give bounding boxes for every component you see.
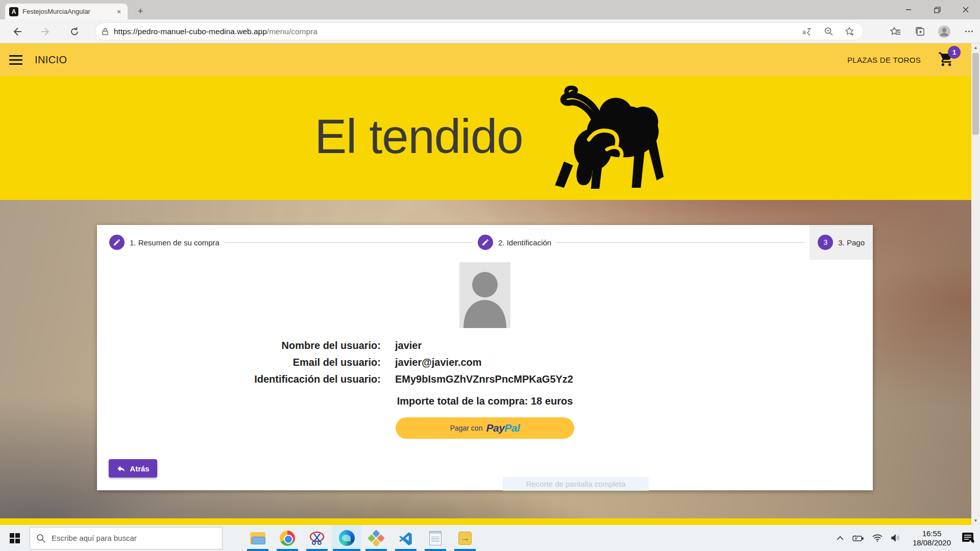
- browser-toolbar: https://pedro-manuel-cubo-medina.web.app…: [0, 19, 980, 43]
- window-restore-button[interactable]: [923, 0, 951, 19]
- browser-scrollbar[interactable]: ▲ ▼: [971, 43, 980, 525]
- settings-more-icon[interactable]: [962, 24, 976, 39]
- info-row-identificacion: Identificación del usuario: EMy9bIsmGZhV…: [97, 371, 873, 388]
- windows-logo-icon: [10, 533, 20, 543]
- svg-text:a: a: [802, 29, 806, 36]
- step-resumen[interactable]: 1. Resumen de su compra: [109, 235, 219, 250]
- back-label: Atrás: [130, 464, 149, 473]
- step-identificacion[interactable]: 2. Identificación: [478, 235, 551, 250]
- nombre-label: Nombre del usuario:: [97, 340, 381, 352]
- user-info: Nombre del usuario: javier Email del usu…: [97, 337, 873, 388]
- site-title: El tendido: [314, 109, 523, 164]
- clock-date: 18/08/2020: [913, 538, 951, 547]
- paypal-logo: PayPal: [486, 422, 520, 434]
- hero-banner: El tendido: [0, 76, 980, 200]
- back-button[interactable]: [9, 24, 24, 39]
- url-text: https://pedro-manuel-cubo-medina.web.app…: [114, 27, 317, 36]
- wifi-icon[interactable]: [872, 534, 883, 542]
- edit-pencil-icon: [113, 238, 121, 246]
- stepper-divider: [556, 242, 804, 243]
- step1-circle: [109, 235, 125, 250]
- file-explorer-icon[interactable]: [243, 525, 273, 551]
- stepper-divider: [225, 242, 473, 243]
- favorites-bar-icon[interactable]: [888, 24, 902, 39]
- edge-taskbar-icon[interactable]: [332, 525, 361, 551]
- step3-circle: 3: [818, 235, 833, 250]
- window-minimize-button[interactable]: [894, 0, 923, 19]
- speaker-icon[interactable]: [891, 534, 901, 542]
- step1-label: 1. Resumen de su compra: [130, 238, 219, 247]
- search-icon: [36, 534, 45, 543]
- reply-arrow-icon: [116, 464, 126, 473]
- cart-badge: 1: [948, 46, 961, 59]
- page-viewport: INICIO PLAZAS DE TOROS 1 El tendido: [0, 43, 980, 525]
- translate-icon[interactable]: a: [800, 24, 814, 39]
- back-atras-button[interactable]: Atrás: [109, 459, 157, 478]
- url-domain: https://pedro-manuel-cubo-medina.web.app: [114, 27, 267, 36]
- checkout-card: 1. Resumen de su compra 2. Identificació…: [97, 225, 873, 490]
- step3-label: 3. Pago: [838, 238, 865, 247]
- chrome-icon[interactable]: [273, 525, 302, 551]
- profile-avatar-icon[interactable]: [937, 24, 951, 39]
- browser-tab[interactable]: A FestejosMurciaAngular ×: [5, 4, 128, 19]
- taskbar-clock[interactable]: 16:55 18/08/2020: [913, 529, 951, 547]
- address-bar[interactable]: https://pedro-manuel-cubo-medina.web.app…: [95, 22, 864, 40]
- identificacion-value: EMy9bIsmGZhVZnrsPncMPKaG5Yz2: [395, 373, 573, 385]
- tab-title: FestejosMurciaAngular: [22, 8, 114, 15]
- collections-icon[interactable]: [913, 24, 927, 39]
- scroll-up-icon[interactable]: ▲: [971, 43, 980, 52]
- windows-taskbar: → 16:55 18/08/2020: [0, 525, 980, 551]
- window-close-button[interactable]: [951, 0, 980, 19]
- refresh-button[interactable]: [67, 24, 82, 39]
- step2-circle: [478, 235, 493, 250]
- clock-time: 16:55: [913, 529, 951, 538]
- user-avatar-placeholder: [459, 262, 510, 328]
- nav-home-link[interactable]: INICIO: [35, 54, 67, 66]
- info-row-nombre: Nombre del usuario: javier: [97, 337, 873, 354]
- total-amount-text: Importe total de la compra: 18 euros: [97, 395, 873, 407]
- site-navbar: INICIO PLAZAS DE TOROS 1: [0, 43, 980, 76]
- browser-titlebar: A FestejosMurciaAngular × +: [0, 0, 980, 19]
- menu-hamburger-icon[interactable]: [9, 55, 22, 65]
- edit-pencil-icon: [481, 238, 489, 246]
- tab-close-icon[interactable]: ×: [114, 7, 124, 16]
- zoom-out-icon[interactable]: [821, 24, 836, 39]
- snipping-tool-icon[interactable]: [302, 525, 332, 551]
- step2-label: 2. Identificación: [498, 238, 551, 247]
- scrollbar-thumb[interactable]: [972, 53, 979, 135]
- notepad-icon[interactable]: [421, 525, 450, 551]
- page-footer: [0, 518, 980, 525]
- taskbar-search[interactable]: [30, 527, 223, 549]
- battery-icon[interactable]: [852, 535, 864, 542]
- email-label: Email del usuario:: [97, 357, 381, 368]
- nav-plazas-link[interactable]: PLAZAS DE TOROS: [847, 56, 921, 64]
- angular-favicon-icon: A: [9, 7, 18, 16]
- search-input[interactable]: [52, 534, 205, 542]
- bull-logo-icon: [546, 86, 666, 190]
- add-favorite-star-icon[interactable]: [843, 24, 857, 39]
- email-value: javier@javier.com: [395, 357, 482, 368]
- url-path: /menu/compra: [267, 27, 317, 36]
- colored-diamond-app-icon[interactable]: [361, 525, 391, 551]
- nombre-value: javier: [395, 340, 422, 352]
- vscode-icon[interactable]: [391, 525, 421, 551]
- action-center-icon[interactable]: [960, 525, 977, 551]
- info-row-email: Email del usuario: javier@javier.com: [97, 354, 873, 371]
- paypal-prefix-label: Pagar con: [450, 424, 483, 432]
- snip-tooltip: Recorte de pantalla completa: [503, 477, 649, 491]
- step-pago[interactable]: 3 3. Pago: [810, 225, 873, 260]
- paypal-pay-button[interactable]: Pagar con PayPal: [396, 417, 574, 439]
- forward-button[interactable]: [38, 24, 54, 39]
- new-tab-button[interactable]: +: [134, 5, 147, 18]
- scroll-down-icon[interactable]: ▼: [971, 516, 980, 525]
- tray-chevron-icon[interactable]: [837, 536, 844, 541]
- cart-button[interactable]: 1: [938, 51, 957, 68]
- stepper: 1. Resumen de su compra 2. Identificació…: [97, 225, 873, 260]
- identificacion-label: Identificación del usuario:: [97, 373, 381, 385]
- lock-icon[interactable]: [102, 28, 109, 36]
- start-button[interactable]: [0, 525, 30, 551]
- export-app-icon[interactable]: →: [450, 525, 480, 551]
